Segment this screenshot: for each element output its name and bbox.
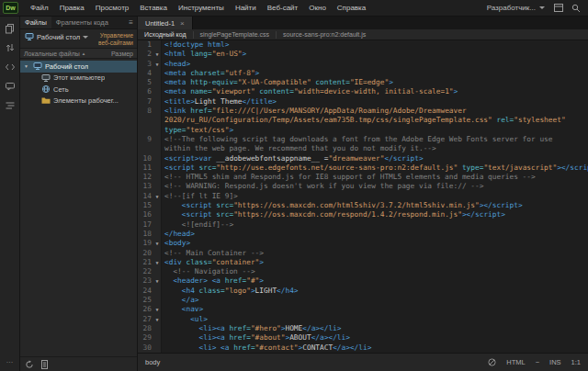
code-line[interactable]: 4<meta charset="utf-8"> [138,69,588,78]
menu-item[interactable]: Окно [303,4,332,12]
menu-item[interactable]: Найти [230,4,262,12]
code-token: <script [182,210,217,219]
code-line[interactable]: 25 </a> [138,296,588,305]
code-line[interactable]: 2020/ru_RU/Configuration/Temp/Assets/eam… [138,116,588,125]
code-line[interactable]: 30 <li> <a href="#contact">CONTACT</a></… [138,343,588,353]
file-tree-item[interactable]: ▼Рабочий стол [20,61,137,73]
line-number: 9 [138,135,153,144]
fold-toggle-icon[interactable]: ▼ [153,305,162,314]
fold-toggle-icon[interactable]: ▼ [153,315,162,324]
code-line[interactable]: 27▼ <ul> [138,315,588,324]
tab-files[interactable]: Файлы [20,17,51,28]
code-line[interactable]: 13<!-- WARNING: Respond.js doesn't work … [138,182,588,191]
related-file-tab[interactable]: source-sans-pro:n2:default.js [277,31,372,39]
code-view-icon[interactable] [5,62,16,73]
code-line[interactable]: 7<title>Light Theme</title> [138,97,588,107]
code-line[interactable]: 3▼<head> [138,60,588,69]
line-number: 4 [138,69,153,78]
column-size[interactable]: Размер [111,51,133,57]
window-arrange-icon[interactable] [554,4,563,12]
file-tree-item[interactable]: Элементы рабочег... [20,96,137,107]
code-line[interactable]: 19▼<body> [138,239,588,248]
column-local-files[interactable]: Локальные файлы [24,51,80,57]
fold-toggle-icon[interactable]: ▼ [153,258,162,267]
code-line[interactable]: 5<meta http-equiv="X-UA-Compatible" cont… [138,78,588,87]
code-line[interactable]: 23▼ <header> <a href="#"> [138,276,588,286]
customize-toolbar-icon[interactable]: … [5,355,16,366]
code-line[interactable]: 29 <li><a href="#about">ABOUT</a></li> [138,333,588,343]
file-management-icon[interactable] [5,42,16,53]
status-separator: ~ [536,358,539,366]
code-token: __adobewebfontsappname__ = [212,154,329,163]
tag-selector[interactable]: body [145,358,160,366]
code-line[interactable]: type="text/css"> [138,126,588,135]
titlebar-right: Разработчик... [487,4,588,13]
code-line[interactable]: 2▼<html lang="en-US"> [138,50,588,59]
code-line[interactable]: 20<!-- Main Container --> [138,249,588,258]
code-line[interactable]: 10<script>var __adobewebfontsappname__ =… [138,154,588,163]
code-token: name= [190,87,211,96]
code-line[interactable]: 6<meta name="viewport" content="width=de… [138,87,588,96]
workspace-switcher[interactable]: Разработчик... [487,4,545,12]
code-token: <body> [164,239,190,247]
fold-gutter [153,333,162,343]
fold-toggle-icon[interactable]: ▼ [153,50,162,59]
code-line[interactable]: 17 <![endif]--> [138,220,588,230]
fold-toggle-icon[interactable]: ▼ [153,239,162,248]
menu-item[interactable]: Просмотр [90,4,135,12]
lint-status-icon[interactable] [488,358,496,366]
code-line[interactable]: within the web page. We recommend that y… [138,144,588,153]
code-line[interactable]: 22 <!-- Navigation --> [138,267,588,276]
menu-item[interactable]: Файл [25,4,54,12]
menu-item[interactable]: Вставка [134,4,173,12]
code-token: "#" [246,276,259,285]
tab-snippets[interactable]: Фрагменты кода [51,17,113,28]
menu-item[interactable]: Справка [332,4,371,12]
open-documents-icon[interactable] [5,23,16,34]
close-icon[interactable]: × [180,19,185,28]
related-file-tab[interactable]: Исходный код [138,31,194,39]
code-line[interactable]: 12<!-- HTML5 shim and Respond.js for IE8… [138,173,588,182]
code-line[interactable]: 14▼<!--[if lt IE 9]> [138,192,588,201]
code-line[interactable]: 16 <script src="https://oss.maxcdn.com/r… [138,210,588,219]
manage-sites-link[interactable]: Управление веб-сайтами [91,32,133,46]
menu-item[interactable]: Правка [54,4,90,12]
toggle-comment-icon[interactable] [5,81,16,92]
related-file-tab[interactable]: singlePageTemplate.css [194,31,277,39]
code-line[interactable]: 21▼<div class="container"> [138,258,588,267]
code-token: <meta [164,87,190,96]
file-tree-item[interactable]: Сеть [20,84,137,96]
code-token: </head> [164,230,195,238]
main-area: … Файлы Фрагменты кода ≡ Рабочий стол Уп… [0,17,588,371]
tree-column-headers: Локальные файлы ▲ Размер [20,48,137,59]
search-icon[interactable] [571,4,581,13]
code-token [164,267,173,275]
activity-log-icon[interactable] [40,360,49,369]
code-line[interactable]: 15 <script src="https://oss.maxcdn.com/h… [138,201,588,210]
code-line[interactable]: 1<!doctype html> [138,40,588,50]
code-token: ></script> [480,201,523,209]
menu-item[interactable]: Инструменты [173,4,230,12]
fold-toggle-icon[interactable]: ▼ [153,60,162,69]
code-editor[interactable]: 1<!doctype html>2▼<html lang="en-US">3▼<… [138,40,588,353]
code-line[interactable]: 8<link href="file:///C|/Users/MANSORY/Ap… [138,107,588,116]
refresh-icon[interactable] [25,360,34,369]
code-token: <!-- WARNING: Respond.js doesn't work if… [164,182,483,190]
fold-toggle-icon[interactable]: ▼ [153,192,162,201]
fold-toggle-icon[interactable]: ▼ [153,276,162,286]
code-line[interactable]: 18</head> [138,230,588,239]
file-tree-item[interactable]: Этот компьютер [20,73,137,84]
panel-menu-icon[interactable]: ≡ [125,18,137,27]
code-line[interactable]: 24 <h4 class="logo">LIGHT</h4> [138,287,588,296]
code-line[interactable]: 9<!--The following script tag downloads … [138,135,588,144]
format-source-icon[interactable] [5,100,16,111]
code-line[interactable]: 11<script src="http://use.edgefonts.net/… [138,163,588,173]
document-tab[interactable]: Untitled-1 × [138,17,193,29]
files-panel: Файлы Фрагменты кода ≡ Рабочий стол Упра… [20,17,138,371]
code-line[interactable]: 26▼ <nav> [138,305,588,314]
site-selector[interactable]: Рабочий стол [24,32,88,41]
code-line[interactable]: 28 <li><a href="#hero">HOME</a></li> [138,324,588,333]
menu-item[interactable]: Веб-сайт [262,4,304,12]
code-text: <![endif]--> [162,220,588,230]
collapse-icon[interactable]: ▼ [23,63,29,69]
